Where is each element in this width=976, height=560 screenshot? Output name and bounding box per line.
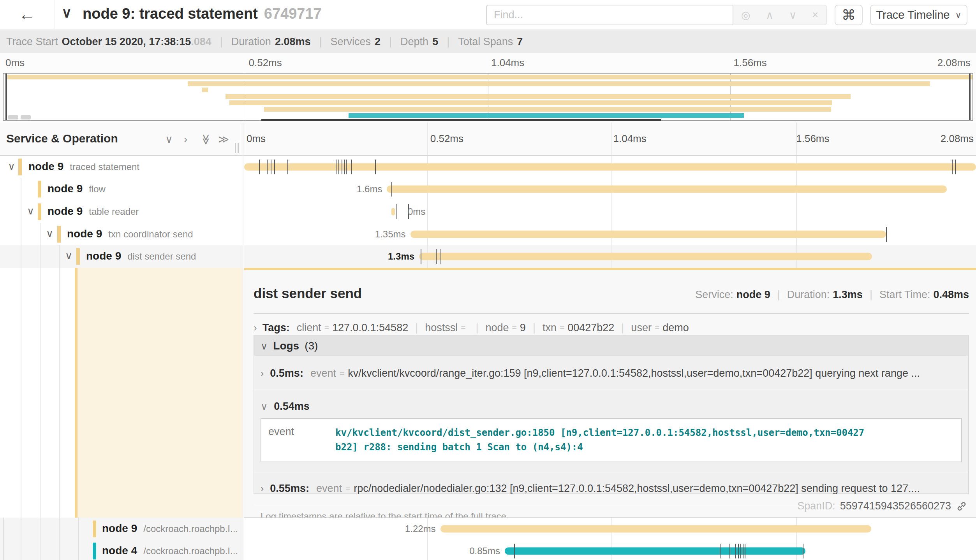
chevron-down-icon[interactable]: ∨ xyxy=(46,228,53,240)
operation-name: flow xyxy=(89,184,106,195)
service-operation-title: Service & Operation xyxy=(6,132,118,145)
span-bar[interactable] xyxy=(505,548,805,555)
expand-one-icon[interactable]: › xyxy=(184,134,187,145)
minimap-scrubber-handle[interactable] xyxy=(969,74,971,120)
meta-label: Service: xyxy=(695,289,733,300)
log-entry[interactable]: ›0.5ms:event=kv/kvclient/kvcoord/range_i… xyxy=(254,356,968,390)
clear-find-icon[interactable]: × xyxy=(812,9,818,21)
minimap-scrubber-grip[interactable] xyxy=(8,115,18,119)
tag-key: user xyxy=(631,322,652,334)
operation-name: traced statement xyxy=(70,162,139,172)
ruler-tick-label: 1.56ms xyxy=(796,133,829,145)
summary-separator: | xyxy=(220,36,223,48)
service-name[interactable]: node 9table reader xyxy=(48,205,139,218)
service-name[interactable]: node 9txn coordinator send xyxy=(67,228,193,240)
indent-guide xyxy=(40,223,41,246)
timeline-gridline xyxy=(427,123,428,155)
span-row[interactable]: ∨node 9dist sender send1.3ms xyxy=(0,245,976,268)
span-row-timeline[interactable]: 1.35ms xyxy=(244,223,976,246)
collapse-trace-icon[interactable]: ∨ xyxy=(62,5,72,21)
span-row[interactable]: node 9flow1.6ms xyxy=(0,178,976,201)
operation-name: /cockroach.roachpb.I... xyxy=(143,546,238,556)
timeline-gridline xyxy=(427,200,428,223)
locate-icon[interactable]: ◎ xyxy=(741,9,750,21)
log-marker-tick xyxy=(514,544,515,558)
span-row[interactable]: ∨node 9txn coordinator send1.35ms xyxy=(0,223,976,246)
chevron-down-icon[interactable]: ∨ xyxy=(65,250,72,262)
span-duration-label: 0.85ms xyxy=(469,546,500,556)
span-row-timeline[interactable]: 0.85ms xyxy=(244,540,976,560)
operation-name: table reader xyxy=(89,206,139,217)
log-timestamp: 0.55ms: xyxy=(270,483,309,495)
service-name[interactable]: node 9traced statement xyxy=(28,160,139,173)
back-button[interactable]: ← xyxy=(0,0,55,29)
span-row-timeline[interactable]: 1.6ms xyxy=(244,178,976,201)
log-marker-tick xyxy=(720,544,721,558)
span-bar[interactable] xyxy=(244,163,976,170)
prev-match-icon[interactable]: ∧ xyxy=(766,9,773,21)
tags-row[interactable]: ›Tags:client=127.0.0.1:54582|hostssl=|no… xyxy=(254,319,689,336)
service-name[interactable]: node 9dist sender send xyxy=(86,250,196,263)
indent-guide xyxy=(59,268,60,518)
timeline-ruler: 0ms0.52ms1.04ms1.56ms2.08ms xyxy=(244,123,976,155)
log-field-value: kv/kvclient/kvcoord/dist_sender.go:1850 … xyxy=(335,426,865,455)
span-row[interactable]: node 9/cockroach.roachpb.I...1.22ms xyxy=(0,518,976,540)
copy-link-icon[interactable] xyxy=(956,500,967,512)
span-bar[interactable] xyxy=(419,253,872,260)
trace-minimap: 0ms0.52ms1.04ms1.56ms2.08ms xyxy=(0,53,976,123)
log-entries: ›0.5ms:event=kv/kvclient/kvcoord/range_i… xyxy=(254,356,968,505)
span-row[interactable]: node 4/cockroach.roachpb.I...0.85ms xyxy=(0,540,976,560)
ruler-tick-label: 0ms xyxy=(247,133,266,145)
span-row-timeline[interactable] xyxy=(244,156,976,178)
service-name[interactable]: node 9/cockroach.roachpb.I... xyxy=(102,522,238,535)
indent-guide xyxy=(21,540,21,560)
indent-guide xyxy=(40,268,41,518)
span-row[interactable]: ∨node 9table reader0ms xyxy=(0,200,976,223)
collapse-all-icon[interactable]: ≫ xyxy=(201,134,211,145)
meta-value: node 9 xyxy=(736,289,770,300)
log-marker-tick xyxy=(351,160,352,174)
minimap-scrubber-handle[interactable] xyxy=(5,74,7,120)
chevron-down-icon[interactable]: ∨ xyxy=(27,205,34,217)
trace-id: 6749717 xyxy=(264,5,322,22)
span-bar[interactable] xyxy=(410,230,886,238)
indent-guide xyxy=(21,268,21,518)
indent-guide xyxy=(78,518,79,540)
chevron-down-icon: ∨ xyxy=(261,341,268,352)
span-row-timeline[interactable]: 0ms xyxy=(244,200,976,223)
tag-equals: = xyxy=(512,323,517,332)
next-match-icon[interactable]: ∨ xyxy=(789,9,797,21)
keyboard-shortcuts-button[interactable]: ⌘ xyxy=(835,5,863,25)
span-bar[interactable] xyxy=(391,208,395,215)
log-marker-tick xyxy=(886,227,887,242)
span-row-timeline[interactable]: 1.22ms xyxy=(244,518,976,540)
chevron-down-icon[interactable]: ∨ xyxy=(8,160,15,172)
span-row-left: ∨node 9dist sender send xyxy=(0,245,243,268)
detail-left-pane xyxy=(0,268,243,518)
log-marker-tick xyxy=(421,249,421,264)
log-entry[interactable]: ∨0.54mseventkv/kvclient/kvcoord/dist_sen… xyxy=(254,390,968,462)
collapse-one-icon[interactable]: ∨ xyxy=(165,134,173,145)
meta-separator: | xyxy=(870,289,872,300)
top-bar: ← ∨ node 9: traced statement6749717 ◎ ∧ … xyxy=(0,0,976,30)
span-row[interactable]: ∨node 9traced statement xyxy=(0,156,976,178)
column-resize-grip[interactable] xyxy=(234,143,240,153)
span-bar[interactable] xyxy=(387,186,946,193)
expand-all-icon[interactable]: ≫ xyxy=(218,134,229,145)
span-bar[interactable] xyxy=(440,525,872,532)
span-color-swatch xyxy=(93,543,96,560)
chevron-right-icon: › xyxy=(254,322,257,334)
service-name[interactable]: node 9flow xyxy=(48,183,106,195)
log-marker-tick xyxy=(803,544,803,558)
logs-header[interactable]: ∨ Logs (3) xyxy=(254,335,968,356)
trace-view-selector[interactable]: Trace Timeline ∨ xyxy=(870,5,967,25)
find-input[interactable] xyxy=(486,5,733,25)
meta-label: Duration: xyxy=(787,289,830,300)
minimap-scrubber-grip[interactable] xyxy=(21,115,31,119)
summary-separator: | xyxy=(319,36,322,48)
service-name[interactable]: node 4/cockroach.roachpb.I... xyxy=(102,545,238,557)
minimap-canvas[interactable] xyxy=(3,73,973,121)
tag-equals: = xyxy=(324,323,329,332)
service-operation-header: Service & Operation ∨ › ≫ ≫ xyxy=(0,123,243,155)
span-row-timeline[interactable]: 1.3ms xyxy=(244,245,976,268)
